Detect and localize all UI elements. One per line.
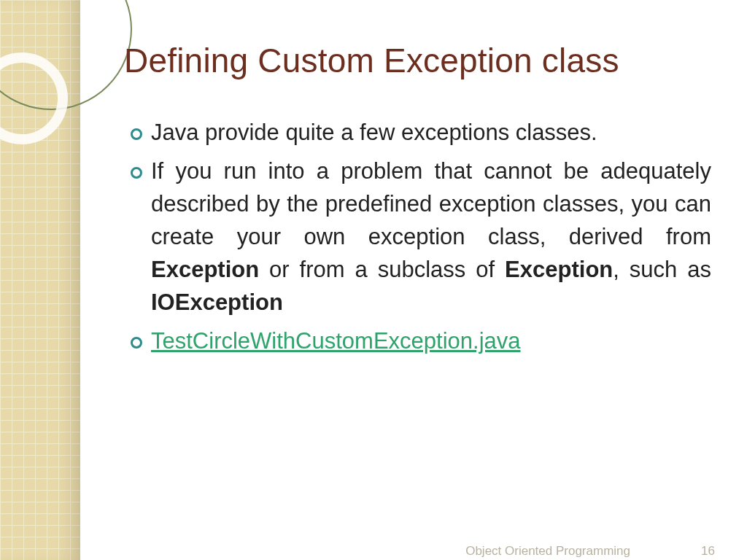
bold-text: IOException <box>151 289 283 315</box>
page-number: 16 <box>701 544 715 559</box>
slide: Defining Custom Exception class Java pro… <box>0 0 747 560</box>
footer-label: Object Oriented Programming <box>465 544 630 559</box>
bullet-text: , such as <box>613 257 711 282</box>
slide-body: Java provide quite a few exceptions clas… <box>128 117 711 364</box>
bold-text: Exception <box>505 257 613 282</box>
bullet-item: TestCircleWithCustomException.java <box>128 325 711 358</box>
bullet-text: or from a subclass of <box>259 257 505 282</box>
bold-text: Exception <box>151 257 259 282</box>
bullet-item: If you run into a problem that cannot be… <box>128 155 711 319</box>
bullet-text: If you run into a problem that cannot be… <box>151 158 711 249</box>
bullet-text: Java provide quite a few exceptions clas… <box>151 120 597 145</box>
code-file-link[interactable]: TestCircleWithCustomException.java <box>151 328 521 354</box>
slide-title: Defining Custom Exception class <box>124 41 722 80</box>
bullet-item: Java provide quite a few exceptions clas… <box>128 117 711 149</box>
sidebar-decoration <box>0 0 80 560</box>
